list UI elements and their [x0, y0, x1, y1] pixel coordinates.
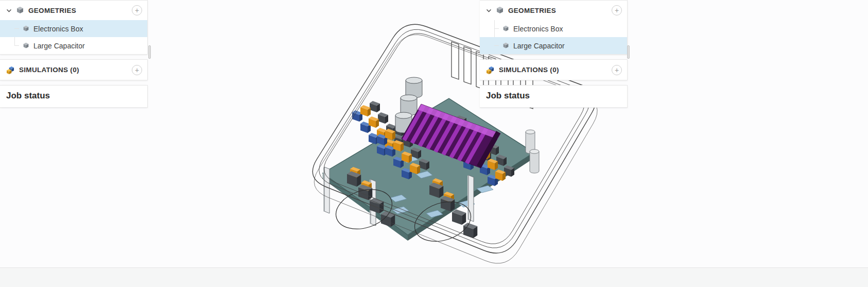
bottom-strip	[0, 267, 868, 287]
tree-item-large-capacitor[interactable]: Large Capacitor	[480, 37, 627, 54]
tree-item-label: Electronics Box	[33, 25, 83, 33]
job-status-card-right: Job status	[480, 85, 628, 108]
simulations-title: SIMULATIONS (0)	[499, 66, 607, 74]
geometries-header-right[interactable]: GEOMETRIES +	[480, 1, 627, 20]
simulations-header-left[interactable]: SIMULATIONS (0) +	[0, 60, 147, 80]
job-status-title: Job status	[480, 86, 627, 107]
tree-item-label: Electronics Box	[513, 25, 563, 33]
tree-item-electronics-box[interactable]: Electronics Box	[0, 20, 147, 37]
sidebar-resize-handle[interactable]	[148, 45, 151, 59]
geometry-item-icon	[502, 25, 509, 32]
add-simulation-button[interactable]: +	[132, 65, 142, 75]
chevron-down-icon[interactable]	[6, 8, 12, 13]
add-simulation-button[interactable]: +	[612, 65, 622, 75]
geometry-item-icon	[23, 25, 29, 32]
simulations-title: SIMULATIONS (0)	[19, 66, 128, 74]
geometries-card-right: GEOMETRIES + Electronics Box Large Capac…	[480, 0, 628, 55]
geometry-icon	[16, 6, 24, 14]
geometry-item-icon	[502, 42, 509, 49]
tree-item-label: Large Capacitor	[513, 42, 565, 50]
viewport-large-capacitor[interactable]	[628, 0, 868, 267]
geometries-card-left: GEOMETRIES + Electronics Box Large Capac…	[0, 0, 148, 55]
add-geometry-button[interactable]: +	[132, 5, 142, 15]
geometries-tree-left: Electronics Box Large Capacitor	[0, 20, 147, 54]
geometries-title: GEOMETRIES	[28, 7, 128, 14]
tree-item-large-capacitor[interactable]: Large Capacitor	[0, 37, 147, 54]
geometries-title: GEOMETRIES	[508, 7, 607, 14]
simulations-card-right: SIMULATIONS (0) +	[480, 59, 628, 80]
right-sidebar: GEOMETRIES + Electronics Box Large Capac…	[480, 0, 628, 112]
job-status-title: Job status	[0, 86, 147, 107]
geometry-item-icon	[23, 42, 29, 49]
chevron-down-icon[interactable]	[486, 8, 492, 13]
left-sidebar: GEOMETRIES + Electronics Box Large Capac…	[0, 0, 148, 112]
job-status-card-left: Job status	[0, 85, 148, 108]
geometry-icon	[496, 6, 504, 14]
simulations-icon	[6, 66, 15, 74]
add-geometry-button[interactable]: +	[612, 5, 622, 15]
sidebar-resize-handle[interactable]	[627, 45, 630, 59]
tree-item-electronics-box[interactable]: Electronics Box	[480, 20, 627, 37]
tree-item-label: Large Capacitor	[33, 42, 85, 50]
simulations-icon	[486, 66, 495, 74]
viewport-electronics-box[interactable]	[148, 0, 480, 267]
simulations-card-left: SIMULATIONS (0) +	[0, 59, 148, 80]
simulations-header-right[interactable]: SIMULATIONS (0) +	[480, 60, 627, 80]
geometries-header-left[interactable]: GEOMETRIES +	[0, 1, 147, 20]
geometries-tree-right: Electronics Box Large Capacitor	[480, 20, 627, 54]
